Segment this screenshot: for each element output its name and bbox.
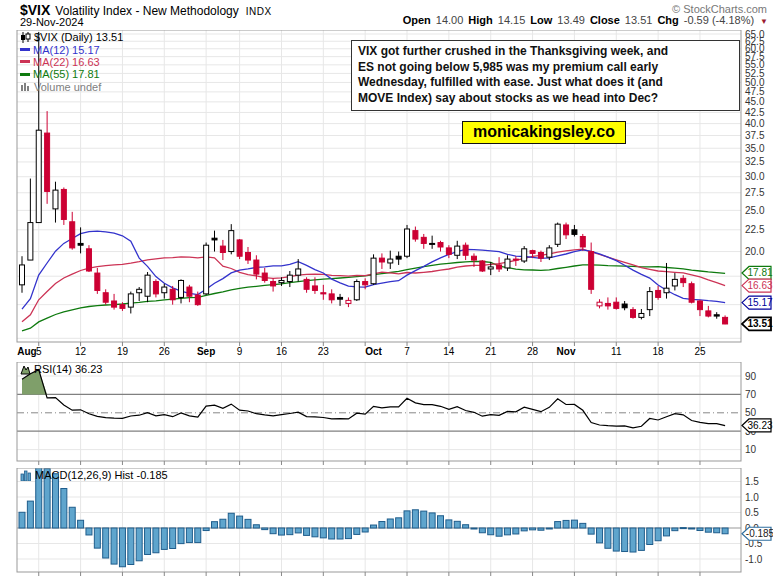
annotation-line-4: MOVE Index) say about stocks as we head … (358, 91, 733, 107)
svg-text:30.0: 30.0 (745, 171, 765, 182)
site-badge: monicakingsley.co (462, 121, 626, 144)
svg-text:1.5: 1.5 (745, 476, 759, 487)
main-legend: $VIX (Daily) 13.51 MA(12) 15.17 MA(22) 1… (20, 31, 123, 93)
svg-text:9: 9 (237, 346, 243, 357)
svg-text:36.23: 36.23 (747, 420, 772, 431)
svg-text:-1.0: -1.0 (745, 554, 763, 565)
stockcharts-vix-chart: $VIX Volatility Index - New Methodology … (0, 0, 773, 580)
ma12-legend-label: MA(12) 15.17 (33, 44, 100, 56)
rsi-legend-label: RSI(14) 36.23 (34, 363, 102, 375)
chg-label: Chg (657, 14, 678, 26)
svg-text:5: 5 (36, 346, 42, 357)
open-value: 14.00 (436, 14, 464, 26)
ma22-line-swatch (20, 60, 30, 63)
svg-text:-0.185: -0.185 (746, 528, 773, 539)
chart-date: 29-Nov-2024 (20, 16, 84, 28)
annotation-line-2: ES not going below 5,985 was my premium … (358, 60, 733, 76)
rsi-panel: 907050301036.23 (0, 362, 773, 466)
exchange-label: INDX (246, 6, 272, 17)
svg-text:25: 25 (694, 346, 706, 357)
svg-text:12: 12 (75, 346, 87, 357)
svg-text:Nov: Nov (557, 346, 576, 357)
svg-text:70: 70 (745, 389, 757, 400)
low-label: Low (530, 14, 552, 26)
main-legend-label: $VIX (Daily) 13.51 (34, 31, 123, 43)
svg-text:14: 14 (443, 346, 455, 357)
svg-text:Aug: Aug (17, 346, 36, 357)
macd-legend-label: MACD(12,26,9) Hist -0.185 (35, 469, 168, 481)
annotation-box: VIX got further crushed in the Thanksgiv… (351, 40, 740, 111)
svg-text:16.63: 16.63 (747, 280, 772, 291)
svg-text:25.0: 25.0 (745, 205, 765, 216)
svg-text:50: 50 (745, 407, 757, 418)
svg-text:0.5: 0.5 (745, 507, 759, 518)
change-down-triangle-icon: ▼ (760, 17, 768, 26)
ma12-line-swatch (20, 48, 30, 51)
high-value: 14.15 (498, 14, 526, 26)
rsi-legend: RSI(14) 36.23 (20, 363, 102, 375)
close-label: Close (590, 14, 620, 26)
annotation-line-3: Wednesday, fulfilled with ease. Just wha… (358, 75, 733, 91)
high-label: High (468, 14, 492, 26)
svg-text:21: 21 (485, 346, 497, 357)
svg-text:32.5: 32.5 (745, 156, 765, 167)
volume-legend-label: Volume undef (34, 81, 101, 93)
ma22-legend-label: MA(22) 16.63 (33, 56, 100, 68)
svg-text:27.5: 27.5 (745, 187, 765, 198)
svg-text:1.0: 1.0 (745, 492, 759, 503)
svg-text:28: 28 (527, 346, 539, 357)
svg-text:18: 18 (653, 346, 665, 357)
candlestick-icon (20, 32, 31, 43)
svg-text:Oct: Oct (365, 346, 382, 357)
svg-text:26: 26 (159, 346, 171, 357)
macd-histogram-icon (20, 470, 32, 481)
rsi-area-icon (20, 364, 31, 375)
svg-text:16: 16 (276, 346, 288, 357)
svg-text:7: 7 (404, 346, 410, 357)
svg-text:42.5: 42.5 (745, 107, 765, 118)
ma55-line-swatch (20, 73, 30, 76)
svg-text:22.5: 22.5 (745, 224, 765, 235)
annotation-line-1: VIX got further crushed in the Thanksgiv… (358, 44, 733, 60)
svg-text:23: 23 (318, 346, 330, 357)
svg-text:40.0: 40.0 (745, 118, 765, 129)
ma55-legend-label: MA(55) 17.81 (33, 68, 100, 80)
svg-text:35.0: 35.0 (745, 143, 765, 154)
svg-text:19: 19 (117, 346, 129, 357)
volume-icon (20, 82, 31, 91)
svg-text:45.0: 45.0 (745, 96, 765, 107)
macd-panel: 1.51.00.50.0-0.5-1.0-0.185 (0, 468, 773, 580)
svg-text:11: 11 (611, 346, 622, 357)
low-value: 13.49 (557, 14, 585, 26)
svg-text:37.5: 37.5 (745, 130, 765, 141)
svg-text:17.81: 17.81 (747, 267, 772, 278)
macd-legend: MACD(12,26,9) Hist -0.185 (20, 469, 168, 481)
svg-text:13.51: 13.51 (747, 318, 772, 329)
svg-text:10: 10 (745, 444, 757, 455)
svg-text:Sep: Sep (197, 346, 215, 357)
chg-value: -0.59 (-4.18%) (684, 14, 754, 26)
quote-summary: Open 14.00 High 14.15 Low 13.49 Close 13… (403, 14, 768, 26)
svg-text:20.0: 20.0 (745, 246, 765, 257)
svg-text:90: 90 (745, 371, 757, 382)
open-label: Open (403, 14, 431, 26)
close-value: 13.51 (625, 14, 653, 26)
svg-text:15.17: 15.17 (747, 297, 772, 308)
